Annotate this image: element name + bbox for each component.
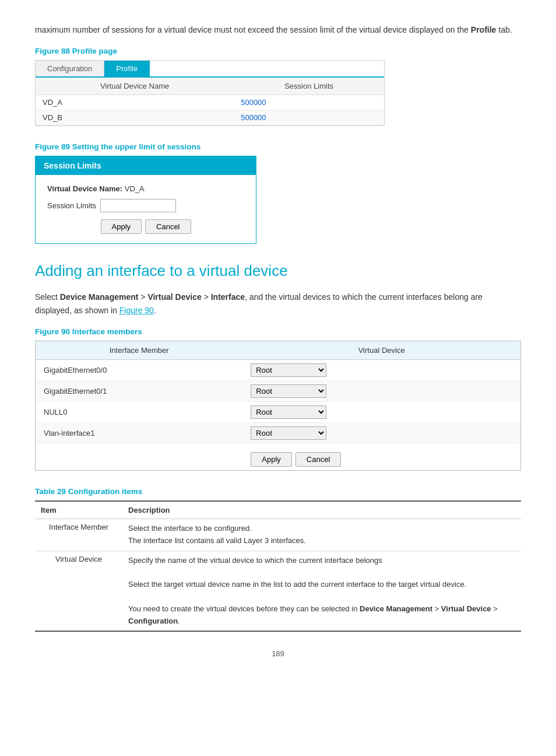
- session-limits-field-row: Session Limits: [47, 199, 244, 212]
- table-29-block: Table 29 Configuration items Item Descri…: [35, 487, 521, 632]
- session-limits-header: Session Limits: [36, 156, 256, 175]
- session-limits-body: Virtual Device Name: VD_A Session Limits…: [36, 175, 256, 243]
- apply-button[interactable]: Apply: [251, 452, 292, 467]
- interface-members-table: Interface Member Virtual Device GigabitE…: [36, 341, 520, 470]
- col-virtual-device: Virtual Device: [242, 341, 520, 360]
- session-limit-link[interactable]: 500000: [241, 98, 266, 107]
- action-buttons-cell: Apply Cancel: [242, 443, 520, 470]
- interface-member-cell: GigabitEthernet0/0: [36, 359, 242, 380]
- table-29-title: Table 29 Configuration items: [35, 487, 521, 496]
- figure-89: Figure 89 Setting the upper limit of ses…: [35, 142, 521, 244]
- table-row: Interface Member Select the interface to…: [35, 519, 521, 551]
- profile-table-wrapper: Configuration Profile Virtual Device Nam…: [35, 60, 385, 126]
- section-paragraph: Select Device Management > Virtual Devic…: [35, 290, 521, 317]
- vd-name-cell: VD_B: [36, 110, 234, 125]
- session-limits-btn-row: Apply Cancel: [47, 219, 244, 234]
- figure90-link[interactable]: Figure 90: [119, 306, 154, 315]
- session-limits-input[interactable]: [100, 199, 176, 212]
- apply-row: Apply Cancel: [36, 443, 520, 470]
- section-heading: Adding an interface to a virtual device: [35, 261, 521, 281]
- session-limit-cell: 500000: [234, 110, 384, 125]
- virtual-device-cell: Root: [242, 422, 520, 443]
- virtual-device-select[interactable]: Root: [251, 405, 326, 419]
- table-row: GigabitEthernet0/0 Root: [36, 359, 520, 380]
- interface-btn-row: Apply Cancel: [251, 452, 512, 467]
- interface-table-wrapper: Interface Member Virtual Device GigabitE…: [35, 341, 521, 471]
- profile-data-table: Virtual Device Name Session Limits VD_A …: [36, 78, 384, 125]
- cancel-button[interactable]: Cancel: [145, 219, 191, 234]
- desc-cell: Specify the name of the virtual device t…: [122, 551, 521, 631]
- config-table-header-row: Item Description: [35, 501, 521, 519]
- cancel-button[interactable]: Cancel: [295, 452, 341, 467]
- figure-90: Figure 90 Interface members Interface Me…: [35, 327, 521, 471]
- virtual-device-select[interactable]: Root: [251, 384, 326, 398]
- session-limits-box: Session Limits Virtual Device Name: VD_A…: [35, 156, 256, 244]
- table-row: NULL0 Root: [36, 401, 520, 422]
- desc-cell: Select the interface to be configured. T…: [122, 519, 521, 551]
- table-row: Vlan-interface1 Root: [36, 422, 520, 443]
- virtual-device-cell: Root: [242, 359, 520, 380]
- intro-paragraph: maximum number of sessions for a virtual…: [35, 23, 521, 36]
- interface-member-cell: GigabitEthernet0/1: [36, 380, 242, 401]
- figure-90-title: Figure 90 Interface members: [35, 327, 521, 336]
- vd-name-cell: VD_A: [36, 95, 234, 110]
- profile-tabs: Configuration Profile: [36, 61, 384, 78]
- virtual-device-cell: Root: [242, 401, 520, 422]
- col-vd-name: Virtual Device Name: [36, 78, 234, 95]
- tab-configuration[interactable]: Configuration: [36, 61, 104, 76]
- col-session-limits: Session Limits: [234, 78, 384, 95]
- item-cell: Interface Member: [35, 519, 122, 551]
- apply-button[interactable]: Apply: [101, 219, 142, 234]
- page-number: 189: [35, 649, 521, 658]
- table-row: Virtual Device Specify the name of the v…: [35, 551, 521, 631]
- config-table: Item Description Interface Member Select…: [35, 501, 521, 632]
- session-limits-label: Session Limits: [47, 201, 96, 210]
- session-limit-link[interactable]: 500000: [241, 113, 266, 122]
- figure-89-title: Figure 89 Setting the upper limit of ses…: [35, 142, 521, 151]
- empty-cell: [36, 443, 242, 470]
- figure-88: Figure 88 Profile page Configuration Pro…: [35, 47, 521, 126]
- virtual-device-select[interactable]: Root: [251, 363, 326, 377]
- table-row: VD_B 500000: [36, 110, 384, 125]
- col-description: Description: [122, 501, 521, 519]
- col-item: Item: [35, 501, 122, 519]
- virtual-device-cell: Root: [242, 380, 520, 401]
- session-limit-cell: 500000: [234, 95, 384, 110]
- item-cell: Virtual Device: [35, 551, 122, 631]
- figure-88-title: Figure 88 Profile page: [35, 47, 521, 55]
- virtual-device-select[interactable]: Root: [251, 426, 326, 440]
- tab-profile[interactable]: Profile: [104, 61, 150, 76]
- table-row: VD_A 500000: [36, 95, 384, 110]
- table-row: GigabitEthernet0/1 Root: [36, 380, 520, 401]
- interface-member-cell: NULL0: [36, 401, 242, 422]
- vd-name-row: Virtual Device Name: VD_A: [47, 184, 244, 193]
- interface-member-cell: Vlan-interface1: [36, 422, 242, 443]
- col-interface-member: Interface Member: [36, 341, 242, 360]
